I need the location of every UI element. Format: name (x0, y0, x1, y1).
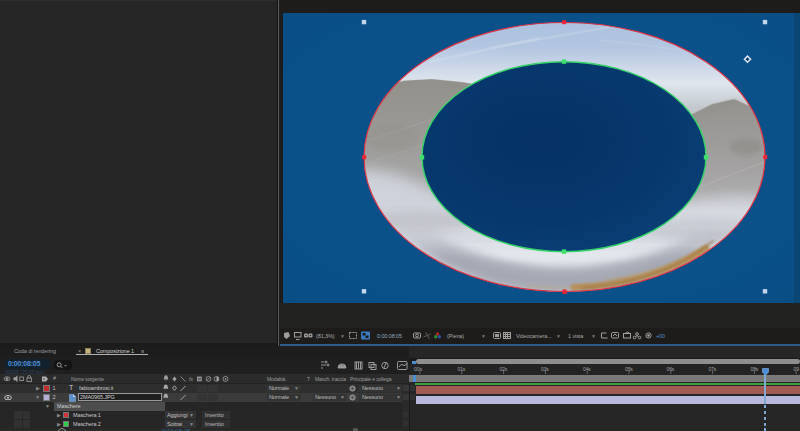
svg-text:fx: fx (189, 376, 193, 382)
